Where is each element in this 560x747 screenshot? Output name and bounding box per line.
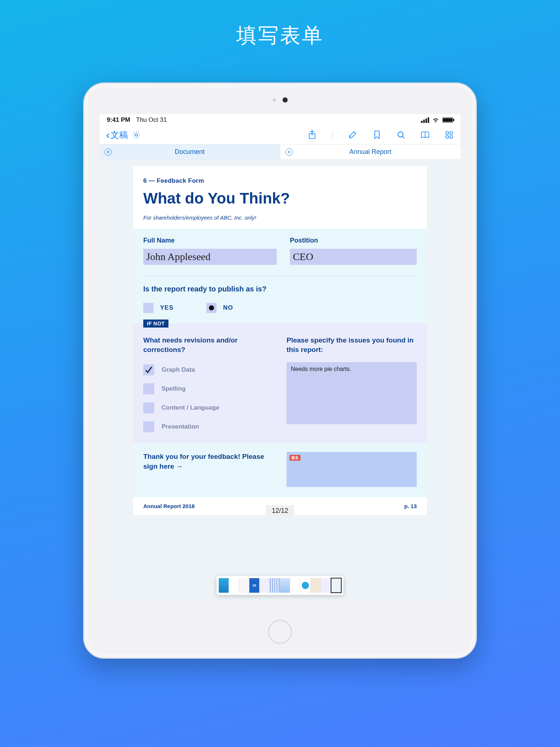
- check-label: Graph Data: [162, 366, 195, 374]
- page-thumbnail[interactable]: [270, 578, 280, 593]
- checkbox-checked-icon: [143, 364, 154, 375]
- device-screen: 9:41 PM Thu Oct 31 ‹ 文稿: [100, 114, 460, 600]
- settings-gear-icon[interactable]: [132, 130, 141, 140]
- check-content-language[interactable]: Content / Language: [143, 402, 273, 413]
- form-section-identity: Full Name John Appleseed Postition CEO I…: [133, 229, 427, 323]
- page-footer: Annual Report 2018 p. 13 12/12: [133, 497, 427, 515]
- grid-thumbnails-icon[interactable]: [444, 130, 454, 140]
- page-thumbnail[interactable]: [300, 578, 311, 593]
- check-label: Presentation: [162, 423, 199, 430]
- status-time: 9:41 PM: [107, 116, 130, 124]
- page-thumbnail[interactable]: [321, 578, 331, 593]
- checkbox-icon: [143, 421, 154, 432]
- radio-yes-label: YES: [160, 304, 174, 311]
- close-tab-icon[interactable]: ✕: [285, 148, 293, 156]
- cellular-icon: [421, 117, 429, 123]
- svg-rect-4: [450, 132, 452, 134]
- promo-title: 填写表单: [236, 22, 324, 50]
- check-presentation[interactable]: Presentation: [143, 421, 273, 432]
- checkbox-icon: [143, 402, 154, 413]
- form-section-signature: Thank you for your feedback! Please sign…: [133, 443, 427, 497]
- edit-pencil-icon[interactable]: [348, 130, 358, 140]
- section-breadcrumb: 6 — Feedback Form: [143, 177, 417, 185]
- tab-label: Annual Report: [349, 148, 391, 156]
- toolbar: ‹ 文稿 |: [100, 126, 460, 144]
- signature-badge: 签名: [289, 455, 300, 461]
- status-bar: 9:41 PM Thu Oct 31: [100, 114, 460, 126]
- back-button[interactable]: ‹ 文稿: [106, 129, 128, 141]
- full-name-label: Full Name: [143, 237, 277, 244]
- document-page: 6 — Feedback Form What do You Think? For…: [133, 166, 427, 515]
- signature-field[interactable]: 签名: [287, 452, 417, 487]
- svg-rect-6: [450, 136, 452, 138]
- page-title: What do You Think?: [143, 190, 417, 207]
- search-icon[interactable]: [396, 130, 406, 140]
- wifi-icon: [432, 117, 439, 123]
- document-viewport[interactable]: 6 — Feedback Form What do You Think? For…: [100, 160, 460, 600]
- checkbox-icon: [143, 383, 154, 394]
- home-button[interactable]: [268, 620, 292, 644]
- share-icon[interactable]: [307, 130, 317, 140]
- tab-label: Document: [175, 148, 205, 156]
- thanks-text: Thank you for your feedback! Please sign…: [143, 452, 273, 471]
- svg-rect-5: [446, 136, 448, 138]
- svg-rect-3: [446, 132, 448, 134]
- svg-point-0: [135, 134, 137, 136]
- status-date: Thu Oct 31: [136, 116, 167, 124]
- position-field[interactable]: CEO: [290, 249, 417, 265]
- check-label: Spelling: [162, 385, 186, 392]
- page-thumbnail[interactable]: [239, 578, 249, 593]
- page-thumbnail[interactable]: [219, 578, 229, 593]
- radio-box-icon: [143, 303, 153, 313]
- page-thumbnail[interactable]: [311, 578, 321, 593]
- radio-box-checked-icon: [206, 303, 217, 313]
- document-tabs: ✕ Document ✕ Annual Report: [100, 144, 460, 160]
- publish-question: Is the report ready to publish as is?: [143, 285, 417, 293]
- page-thumbnail[interactable]: [280, 578, 290, 593]
- chevron-left-icon: ‹: [106, 129, 110, 140]
- issues-textarea[interactable]: Needs more pie charts.: [287, 362, 417, 424]
- page-thumbnail[interactable]: [229, 578, 239, 593]
- check-label: Content / Language: [162, 404, 219, 411]
- issues-question: Please specify the issues you found in t…: [287, 336, 417, 354]
- position-label: Postition: [290, 237, 417, 244]
- close-tab-icon[interactable]: ✕: [105, 148, 112, 156]
- camera-cluster: [273, 97, 288, 102]
- battery-icon: [442, 117, 453, 123]
- thumbnail-strip[interactable]: 18: [217, 576, 343, 595]
- bookmark-icon[interactable]: [372, 130, 382, 140]
- if-not-badge: IF NOT: [143, 320, 168, 328]
- page-thumbnail[interactable]: [260, 578, 270, 593]
- check-graph-data[interactable]: Graph Data: [143, 364, 273, 375]
- revision-checklist: Graph Data Spelling Content / Language: [143, 364, 273, 432]
- radio-no[interactable]: NO: [206, 303, 233, 313]
- page-indicator[interactable]: 12/12: [266, 505, 294, 516]
- form-section-revisions: What needs revisions and/or corrections?…: [133, 323, 427, 443]
- radio-yes[interactable]: YES: [143, 303, 174, 313]
- book-open-icon[interactable]: [420, 130, 430, 140]
- page-thumbnail[interactable]: [290, 578, 300, 593]
- tab-document[interactable]: ✕ Document: [100, 144, 280, 160]
- revisions-question: What needs revisions and/or corrections?: [143, 336, 273, 354]
- tab-annual-report[interactable]: ✕ Annual Report: [280, 144, 461, 160]
- page-thumbnail-current[interactable]: [331, 578, 341, 593]
- back-label: 文稿: [110, 129, 128, 141]
- toolbar-separator: |: [331, 130, 334, 140]
- footer-doc-title: Annual Report 2018: [143, 503, 195, 509]
- radio-no-label: NO: [223, 304, 233, 311]
- check-spelling[interactable]: Spelling: [143, 383, 273, 394]
- page-subtitle: For shareholders/employees of ABC, Inc. …: [143, 214, 417, 221]
- device-frame: 9:41 PM Thu Oct 31 ‹ 文稿: [83, 82, 477, 659]
- page-thumbnail[interactable]: 18: [249, 578, 260, 593]
- svg-point-2: [398, 132, 403, 137]
- footer-page-label: p. 13: [404, 503, 417, 509]
- full-name-field[interactable]: John Appleseed: [143, 249, 277, 265]
